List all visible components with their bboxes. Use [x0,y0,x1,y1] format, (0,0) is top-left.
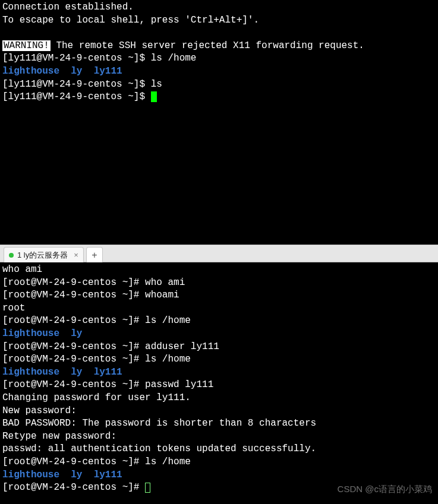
terminal-text: [ly111@VM-24-9-centos ~]$ [2,91,151,102]
terminal-text: lighthouse ly ly111 [2,470,122,480]
terminal-text: [root@VM-24-9-centos ~]# whoami [2,290,179,300]
terminal-text: [ly111@VM-24-9-centos ~]$ ls /home [2,53,196,64]
terminal-text: [root@VM-24-9-centos ~]# passwd ly111 [2,379,213,390]
terminal-line: [ly111@VM-24-9-centos ~]$ [2,91,436,104]
terminal-line: [root@VM-24-9-centos ~]# ls /home [2,353,436,366]
terminal-line: [root@VM-24-9-centos ~]# whoami [2,289,436,302]
terminal-line: To escape to local shell, press 'Ctrl+Al… [2,14,436,27]
new-tab-button[interactable]: + [86,247,103,262]
cursor-icon [151,91,157,102]
terminal-line: lighthouse ly ly111 [2,469,436,482]
tab-label: 1 ly的云服务器 [17,250,68,261]
terminal-text: lighthouse ly ly111 [2,66,122,77]
terminal-line: WARNING! The remote SSH server rejected … [2,40,436,53]
terminal-text: WARNING! [2,40,51,51]
terminal-line: who ami [2,264,436,277]
tab-bar: 1 ly的云服务器 × + [0,245,438,262]
terminal-text: New password: [2,405,82,416]
terminal-line: [root@VM-24-9-centos ~]# ls /home [2,456,436,469]
bottom-terminal[interactable]: who ami[root@VM-24-9-centos ~]# who ami[… [0,262,438,495]
tab-server-1[interactable]: 1 ly的云服务器 × [4,247,84,262]
terminal-line: [root@VM-24-9-centos ~]# [2,481,436,495]
terminal-line: lighthouse ly [2,328,436,341]
terminal-text: Connection established. [2,2,134,12]
terminal-line: [root@VM-24-9-centos ~]# passwd ly111 [2,379,436,392]
terminal-line: [ly111@VM-24-9-centos ~]$ ls [2,78,436,91]
close-icon[interactable]: × [74,251,78,259]
terminal-line: Changing password for user ly111. [2,392,436,405]
terminal-line: root [2,302,436,315]
terminal-line: lighthouse ly ly111 [2,366,436,379]
terminal-text: lighthouse ly [2,328,82,339]
terminal-line: [root@VM-24-9-centos ~]# who ami [2,277,436,290]
terminal-line: Retype new password: [2,430,436,443]
terminal-line [2,27,436,40]
terminal-text: [root@VM-24-9-centos ~]# ls /home [2,315,191,326]
top-terminal[interactable]: Connection established.To escape to loca… [0,0,438,245]
terminal-line: New password: [2,405,436,418]
terminal-text: BAD PASSWORD: The password is shorter th… [2,418,316,429]
terminal-text: [root@VM-24-9-centos ~]# [2,482,145,493]
terminal-text: passwd: all authentication tokens update… [2,443,316,454]
terminal-text: [root@VM-24-9-centos ~]# adduser ly111 [2,341,219,352]
terminal-line: [root@VM-24-9-centos ~]# adduser ly111 [2,341,436,354]
terminal-text: Changing password for user ly111. [2,392,191,403]
terminal-text: To escape to local shell, press 'Ctrl+Al… [2,15,259,26]
terminal-line: BAD PASSWORD: The password is shorter th… [2,417,436,430]
terminal-text: who ami [2,264,42,275]
terminal-text: [root@VM-24-9-centos ~]# who ami [2,277,185,288]
terminal-text: [root@VM-24-9-centos ~]# ls /home [2,457,191,467]
terminal-text: [ly111@VM-24-9-centos ~]$ ls [2,79,162,90]
terminal-text: [root@VM-24-9-centos ~]# ls /home [2,354,191,364]
terminal-text: lighthouse ly ly111 [2,367,122,378]
terminal-line: [root@VM-24-9-centos ~]# ls /home [2,315,436,328]
status-dot-icon [9,253,14,258]
terminal-text: root [2,303,25,313]
terminal-line: Connection established. [2,1,436,14]
terminal-line: lighthouse ly ly111 [2,65,436,78]
cursor-icon [145,483,150,493]
terminal-text: The remote SSH server rejected X11 forwa… [51,40,364,51]
terminal-line: [ly111@VM-24-9-centos ~]$ ls /home [2,52,436,65]
terminal-line: passwd: all authentication tokens update… [2,443,436,456]
terminal-text: Retype new password: [2,431,122,442]
